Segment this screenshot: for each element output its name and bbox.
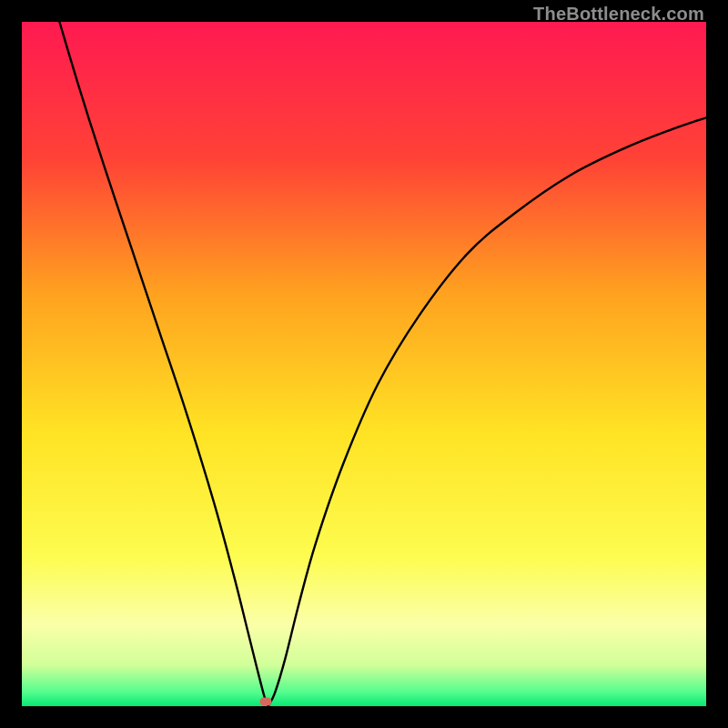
- curve-layer: [22, 22, 706, 706]
- chart-frame: TheBottleneck.com: [0, 0, 728, 728]
- plot-area: [22, 22, 706, 706]
- watermark-label: TheBottleneck.com: [533, 4, 704, 25]
- curve-left-branch: [59, 22, 268, 706]
- minimum-marker: [260, 698, 272, 706]
- curve-right-branch: [268, 117, 706, 706]
